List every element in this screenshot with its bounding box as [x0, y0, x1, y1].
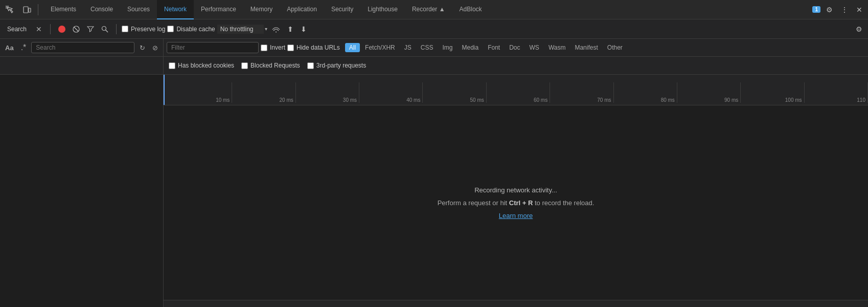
tick-30: 30 ms	[296, 82, 359, 103]
search-results-panel	[0, 75, 164, 307]
tab-sources[interactable]: Sources	[120, 0, 157, 19]
search-panel-row2: Aa .* ↻ ⊘	[0, 39, 164, 56]
svg-rect-2	[29, 8, 31, 12]
filter-tab-font[interactable]: Font	[484, 43, 504, 52]
filter-tab-css[interactable]: CSS	[417, 43, 438, 52]
row3-wrapper: Has blocked cookies Blocked Requests 3rd…	[0, 57, 868, 75]
filter-tab-doc[interactable]: Doc	[505, 43, 524, 52]
tick-20: 20 ms	[232, 82, 295, 103]
tab-bar-right: 1 ⚙ ⋮ ✕	[812, 4, 865, 15]
tab-memory[interactable]: Memory	[243, 0, 280, 19]
filter-icon[interactable]	[84, 24, 97, 34]
tick-40: 40 ms	[359, 82, 423, 103]
filter-tab-manifest[interactable]: Manifest	[570, 43, 602, 52]
import-icon[interactable]: ⬆	[285, 24, 296, 35]
tick-110: 110	[805, 82, 868, 103]
network-conditions-icon[interactable]	[269, 24, 283, 34]
tab-application[interactable]: Application	[280, 0, 324, 19]
svg-line-6	[106, 30, 108, 32]
blocked-requests-checkbox[interactable]	[241, 62, 248, 69]
blocked-requests-label[interactable]: Blocked Requests	[241, 62, 300, 69]
filter-tab-ws[interactable]: WS	[526, 43, 543, 52]
clear-search-button[interactable]: ⊘	[150, 43, 160, 53]
svg-point-5	[102, 26, 106, 30]
device-icon[interactable]	[20, 4, 34, 15]
tick-50: 50 ms	[423, 82, 486, 103]
timeline: 10 ms 20 ms 30 ms 40 ms 50 ms 60 ms 70 m…	[164, 75, 868, 105]
tick-100: 100 ms	[741, 82, 804, 103]
tab-adblock[interactable]: AdBlock	[452, 0, 489, 19]
divider2	[116, 24, 117, 34]
filter-tab-img[interactable]: Img	[438, 43, 456, 52]
tick-70: 70 ms	[550, 82, 613, 103]
record-dot	[58, 26, 65, 33]
third-party-checkbox[interactable]	[307, 62, 314, 69]
aa-button[interactable]: Aa	[3, 43, 16, 53]
filter-tab-js[interactable]: JS	[400, 43, 416, 52]
tab-performance[interactable]: Performance	[194, 0, 243, 19]
network-filter-row: Has blocked cookies Blocked Requests 3rd…	[164, 57, 868, 74]
bottom-scrollbar[interactable]	[164, 300, 868, 307]
svg-point-7	[276, 31, 277, 32]
has-blocked-cookies-label[interactable]: Has blocked cookies	[169, 62, 234, 69]
record-button[interactable]	[56, 24, 68, 34]
main-layout: 10 ms 20 ms 30 ms 40 ms 50 ms 60 ms 70 m…	[0, 75, 868, 307]
filter-tab-media[interactable]: Media	[458, 43, 483, 52]
filter-tab-fetch-xhr[interactable]: Fetch/XHR	[361, 43, 399, 52]
settings-icon[interactable]: ⚙	[824, 4, 835, 15]
has-blocked-cookies-checkbox[interactable]	[169, 62, 175, 69]
network-panel: 10 ms 20 ms 30 ms 40 ms 50 ms 60 ms 70 m…	[164, 75, 868, 307]
hide-data-urls-checkbox[interactable]	[287, 45, 294, 51]
tab-bar: Elements Console Sources Network Perform…	[0, 0, 868, 19]
tick-60: 60 ms	[487, 82, 550, 103]
filter-tab-wasm[interactable]: Wasm	[544, 43, 570, 52]
tick-90: 90 ms	[677, 82, 741, 103]
disable-cache-checkbox[interactable]	[167, 26, 174, 32]
more-icon[interactable]: ⋮	[838, 4, 851, 15]
tick-80: 80 ms	[614, 82, 677, 103]
hide-data-urls-label[interactable]: Hide data URLs	[287, 44, 340, 51]
invert-checkbox[interactable]	[261, 45, 267, 51]
export-icon[interactable]: ⬇	[298, 24, 309, 35]
search-panel-label: Search	[3, 26, 31, 33]
tab-security[interactable]: Security	[324, 0, 360, 19]
learn-more-link[interactable]: Learn more	[499, 212, 533, 220]
regex-button[interactable]: .*	[19, 42, 29, 53]
network-settings-icon[interactable]: ⚙	[853, 24, 865, 35]
search-input[interactable]	[31, 42, 134, 53]
instruction-text: Perform a request or hit Ctrl + R to rec…	[438, 199, 595, 207]
recording-text: Recording network activity...	[474, 186, 557, 194]
tab-elements[interactable]: Elements	[43, 0, 83, 19]
filter-input[interactable]	[167, 42, 259, 53]
notification-badge: 1	[812, 6, 820, 13]
divider	[50, 24, 51, 34]
row2-wrapper: Aa .* ↻ ⊘ Invert Hide data URLs All Fetc…	[0, 39, 868, 57]
third-party-label[interactable]: 3rd-party requests	[307, 62, 366, 69]
tab-network[interactable]: Network	[157, 0, 194, 19]
filter-tab-other[interactable]: Other	[603, 43, 627, 52]
throttle-wrapper: No throttling Fast 3G Slow 3G Offline ▾	[217, 25, 267, 34]
timeline-marker	[164, 75, 165, 105]
tab-lighthouse[interactable]: Lighthouse	[360, 0, 405, 19]
tab-console[interactable]: Console	[83, 0, 120, 19]
search-close-button[interactable]: ✕	[33, 24, 45, 34]
search-panel-spacer	[0, 57, 164, 74]
invert-label[interactable]: Invert	[261, 44, 285, 51]
search-icon[interactable]	[99, 24, 111, 34]
clear-log-button[interactable]	[70, 24, 82, 34]
close-icon[interactable]: ✕	[854, 4, 865, 15]
throttling-select[interactable]: No throttling Fast 3G Slow 3G Offline	[217, 25, 264, 34]
preserve-log-label[interactable]: Preserve log	[122, 26, 165, 33]
filter-type-tabs: All Fetch/XHR JS CSS Img Media Font Doc …	[345, 43, 627, 52]
svg-line-4	[74, 27, 78, 31]
empty-state: Recording network activity... Perform a …	[164, 105, 868, 300]
devtools-icons	[3, 4, 38, 15]
disable-cache-label[interactable]: Disable cache	[167, 26, 215, 33]
filter-tab-all[interactable]: All	[345, 43, 360, 52]
svg-rect-1	[24, 7, 28, 13]
preserve-log-checkbox[interactable]	[122, 26, 128, 32]
timeline-ruler: 10 ms 20 ms 30 ms 40 ms 50 ms 60 ms 70 m…	[164, 82, 868, 105]
refresh-search-button[interactable]: ↻	[138, 43, 147, 53]
inspect-icon[interactable]	[3, 4, 16, 15]
tab-recorder[interactable]: Recorder ▲	[405, 0, 452, 19]
